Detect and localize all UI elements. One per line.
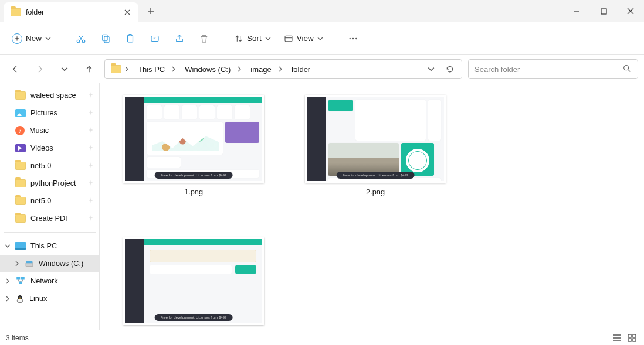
music-icon: ♪: [15, 126, 25, 135]
rename-button[interactable]: [144, 28, 165, 49]
sidebar-item-waleed-space[interactable]: waleed space: [0, 87, 99, 104]
sidebar-item-music[interactable]: ♪ Music: [0, 122, 99, 139]
network-icon: [15, 275, 26, 288]
breadcrumb-windows-c[interactable]: Windows (C:): [181, 63, 245, 76]
new-label: New: [26, 34, 42, 43]
svg-rect-14: [26, 261, 33, 263]
clipboard-icon: [125, 33, 135, 44]
thumbnails-view-toggle[interactable]: [626, 333, 638, 343]
sidebar-item-this-pc[interactable]: This PC: [0, 237, 99, 255]
folder-icon: [15, 214, 26, 223]
content-area[interactable]: Free for development. Licenses from $499…: [100, 83, 644, 330]
window-controls: [563, 0, 644, 22]
details-view-toggle[interactable]: [611, 333, 623, 343]
share-button[interactable]: [169, 28, 190, 49]
chevron-right-icon: [124, 65, 132, 74]
breadcrumb-image[interactable]: image: [247, 63, 285, 76]
chevron-right-icon[interactable]: [4, 295, 12, 303]
refresh-icon: [445, 64, 455, 74]
pin-icon: [87, 197, 94, 206]
tab-close-button[interactable]: [122, 7, 133, 18]
maximize-button[interactable]: [590, 0, 617, 22]
pin-icon: [87, 109, 94, 118]
sidebar-item-create-pdf[interactable]: Create PDF: [0, 210, 99, 227]
chevron-right-icon: [170, 65, 178, 73]
arrow-up-icon: [84, 64, 94, 74]
maximize-icon: [601, 8, 607, 15]
breadcrumb-this-pc[interactable]: This PC: [134, 63, 179, 76]
body: waleed space Pictures ♪ Music Videos: [0, 83, 644, 330]
folder-icon: [111, 65, 121, 73]
file-name: 1.png: [184, 187, 203, 196]
scissors-icon: [76, 33, 86, 44]
this-pc-icon: [15, 242, 26, 250]
back-button[interactable]: [6, 60, 25, 78]
address-dropdown-button[interactable]: [423, 61, 439, 77]
folder-icon: [15, 179, 26, 187]
file-item-3[interactable]: Free for development. Licenses from $499…: [123, 237, 264, 330]
tab-active[interactable]: folder: [4, 2, 138, 22]
up-button[interactable]: [80, 60, 99, 78]
refresh-button[interactable]: [442, 61, 458, 77]
status-count: 3 items: [6, 334, 29, 342]
more-options-button[interactable]: [343, 28, 364, 49]
chevron-down-icon: [61, 66, 68, 73]
title-bar: folder: [0, 0, 644, 22]
cut-button[interactable]: [70, 28, 91, 49]
search-input[interactable]: [473, 64, 618, 74]
linux-icon: [15, 294, 25, 303]
tab-title: folder: [26, 8, 117, 16]
address-actions: [423, 61, 458, 77]
sidebar[interactable]: waleed space Pictures ♪ Music Videos: [0, 83, 100, 330]
ellipsis-icon: [348, 33, 358, 44]
minimize-button[interactable]: [563, 0, 590, 22]
paste-button[interactable]: [120, 28, 141, 49]
sidebar-item-net5-a[interactable]: net5.0: [0, 157, 99, 175]
file-item-1[interactable]: Free for development. Licenses from $499…: [123, 95, 264, 196]
grid-view-icon: [628, 334, 637, 342]
separator: [335, 30, 335, 47]
search-box[interactable]: [468, 59, 638, 79]
sidebar-item-pictures[interactable]: Pictures: [0, 104, 99, 122]
pin-icon: [87, 91, 94, 100]
recent-dropdown-button[interactable]: [55, 60, 74, 78]
view-button[interactable]: View: [279, 28, 328, 49]
svg-rect-23: [633, 334, 636, 337]
sidebar-item-linux[interactable]: Linux: [0, 290, 99, 308]
sidebar-item-windows-c[interactable]: Windows (C:): [0, 255, 99, 272]
chevron-down-icon: [428, 66, 435, 73]
pin-icon: [87, 179, 94, 188]
sidebar-item-pythonproject[interactable]: pythonProject: [0, 175, 99, 192]
chevron-right-icon[interactable]: [13, 259, 21, 268]
chevron-down-icon: [317, 36, 323, 42]
new-tab-button[interactable]: [141, 1, 161, 21]
svg-rect-17: [19, 281, 22, 284]
trash-icon: [199, 33, 209, 44]
svg-point-19: [17, 299, 22, 303]
copy-button[interactable]: [95, 28, 116, 49]
svg-rect-13: [26, 263, 33, 267]
breadcrumb-folder[interactable]: folder: [288, 63, 314, 76]
file-grid: Free for development. Licenses from $499…: [100, 83, 644, 330]
svg-point-9: [349, 37, 350, 39]
file-item-2[interactable]: Free for development. Licenses from $499…: [305, 95, 446, 196]
sidebar-item-network[interactable]: Network: [0, 272, 99, 290]
window-close-button[interactable]: [617, 0, 644, 22]
address-bar[interactable]: This PC Windows (C:) image folder: [104, 59, 462, 79]
new-button[interactable]: ＋ New: [7, 28, 56, 49]
delete-button[interactable]: [194, 28, 215, 49]
sidebar-item-videos[interactable]: Videos: [0, 139, 99, 157]
sort-button[interactable]: Sort: [229, 28, 276, 49]
svg-rect-16: [21, 277, 25, 280]
arrow-right-icon: [35, 64, 45, 74]
plus-circle-icon: ＋: [12, 33, 22, 44]
svg-rect-24: [628, 339, 631, 341]
pin-icon: [87, 214, 94, 223]
explorer-window: folder ＋ New: [0, 0, 644, 345]
sidebar-item-net5-b[interactable]: net5.0: [0, 192, 99, 210]
minimize-icon: [573, 8, 580, 15]
chevron-right-icon[interactable]: [4, 277, 12, 285]
forward-button[interactable]: [30, 60, 49, 78]
svg-rect-4: [104, 36, 109, 43]
chevron-down-icon[interactable]: [4, 242, 12, 250]
